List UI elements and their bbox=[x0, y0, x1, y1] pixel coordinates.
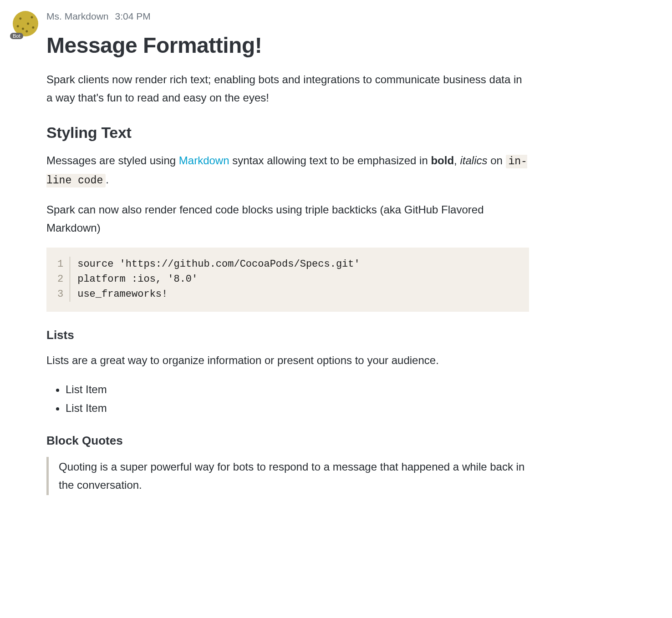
heading-styling: Styling Text bbox=[46, 124, 529, 142]
text-run: on bbox=[487, 154, 505, 167]
unordered-list: List Item List Item bbox=[46, 380, 529, 418]
quote-text: Quoting is a super powerful way for bots… bbox=[59, 458, 529, 494]
styling-paragraph: Messages are styled using Markdown synta… bbox=[46, 152, 529, 190]
code-line: platform :ios, '8.0' bbox=[77, 272, 360, 287]
bold-sample: bold bbox=[431, 154, 454, 167]
heading-1: Message Formatting! bbox=[46, 33, 529, 58]
author-name[interactable]: Ms. Markdown bbox=[46, 11, 109, 22]
line-number: 2 bbox=[57, 272, 63, 287]
timestamp: 3:04 PM bbox=[115, 11, 151, 22]
code-gutter: 1 2 3 bbox=[57, 257, 70, 302]
code-lines: source 'https://github.com/CocoaPods/Spe… bbox=[70, 257, 360, 302]
code-block: 1 2 3 source 'https://github.com/CocoaPo… bbox=[46, 248, 529, 312]
text-run: Messages are styled using bbox=[46, 154, 179, 167]
text-run: syntax allowing text to be emphasized in bbox=[229, 154, 431, 167]
list-item: List Item bbox=[66, 399, 529, 418]
code-line: use_frameworks! bbox=[77, 287, 360, 302]
line-number: 1 bbox=[57, 257, 63, 272]
block-quote: Quoting is a super powerful way for bots… bbox=[46, 457, 529, 495]
message-content: Ms. Markdown 3:04 PM Message Formatting!… bbox=[46, 11, 529, 495]
markdown-link[interactable]: Markdown bbox=[179, 154, 229, 167]
avatar-wrap: Bot bbox=[13, 11, 38, 36]
fenced-paragraph: Spark can now also render fenced code bl… bbox=[46, 201, 529, 237]
message: Bot Ms. Markdown 3:04 PM Message Formatt… bbox=[13, 11, 659, 495]
intro-paragraph: Spark clients now render rich text; enab… bbox=[46, 71, 529, 106]
lists-paragraph: Lists are a great way to organize inform… bbox=[46, 351, 529, 370]
heading-lists: Lists bbox=[46, 328, 529, 342]
list-item: List Item bbox=[66, 380, 529, 399]
italic-sample: italics bbox=[460, 154, 487, 167]
bot-badge: Bot bbox=[10, 33, 23, 39]
text-run: , bbox=[454, 154, 460, 167]
code-line: source 'https://github.com/CocoaPods/Spe… bbox=[77, 257, 360, 272]
heading-quotes: Block Quotes bbox=[46, 434, 529, 448]
message-header: Ms. Markdown 3:04 PM bbox=[46, 11, 529, 22]
text-run: . bbox=[106, 173, 109, 186]
line-number: 3 bbox=[57, 287, 63, 302]
